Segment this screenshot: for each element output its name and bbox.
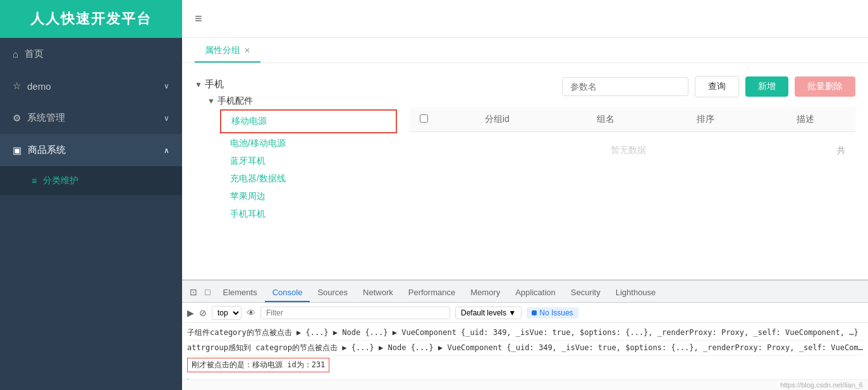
tab-label-attrgroup: 属性分组 xyxy=(205,45,240,56)
sidebar-item-category[interactable]: ≡ 分类维护 xyxy=(0,166,182,195)
filter-input[interactable] xyxy=(260,307,450,319)
tree-collapse-icon: ▼ xyxy=(195,80,202,89)
sidebar-item-demo[interactable]: ☆ demo ∨ xyxy=(0,70,182,102)
context-select[interactable]: top xyxy=(212,306,241,320)
tree-leaf-3[interactable]: 充电器/数据线 xyxy=(220,170,397,188)
tab-attrgroup[interactable]: 属性分组 ✕ xyxy=(195,40,260,63)
console-line-1: 子组件category的节点被点击 ▶ {...} ▶ Node {...} ▶… xyxy=(187,326,863,341)
add-button[interactable]: 新增 xyxy=(745,76,788,97)
no-issues-label: No Issues xyxy=(539,308,573,317)
gear-icon: ⚙ xyxy=(13,113,21,124)
console-output: 子组件category的节点被点击 ▶ {...} ▶ Node {...} ▶… xyxy=(182,323,868,379)
block-icon[interactable]: ⊘ xyxy=(199,308,207,318)
sidebar-item-system[interactable]: ⚙ 系统管理 ∨ xyxy=(0,102,182,134)
col-groupid: 分组id xyxy=(438,107,556,132)
console-prompt: > xyxy=(187,374,863,379)
tab-memory[interactable]: Memory xyxy=(463,284,508,302)
sidebar: ⌂ 首页 ☆ demo ∨ ⚙ 系统管理 ∨ ▣ 商品系统 ∧ ≡ 分类维护 xyxy=(0,38,182,390)
levels-button[interactable]: Default levels ▼ xyxy=(455,307,522,319)
console-toolbar: ▶ ⊘ top 👁 Default levels ▼ No Issues xyxy=(182,303,868,323)
chevron-up-icon: ∧ xyxy=(164,146,169,155)
tab-performance[interactable]: Performance xyxy=(401,284,463,302)
col-desc: 描述 xyxy=(755,107,855,132)
url-label: https://blog.csdn.net/lian_6 xyxy=(780,381,863,389)
star-icon: ☆ xyxy=(13,80,21,92)
tab-application[interactable]: Application xyxy=(508,284,563,302)
data-table: 分组id 组名 排序 描述 xyxy=(410,107,855,132)
search-input[interactable] xyxy=(562,77,688,96)
empty-tip: 暂无数据 xyxy=(420,145,837,156)
goods-icon: ▣ xyxy=(13,145,21,156)
tree-leaf-5[interactable]: 手机耳机 xyxy=(220,205,397,223)
cursor-icon[interactable]: ⊡ xyxy=(187,284,200,300)
tree-leaf-2[interactable]: 蓝牙耳机 xyxy=(220,152,397,170)
tab-sources[interactable]: Sources xyxy=(310,284,355,302)
mobile-icon[interactable]: □ xyxy=(202,284,212,300)
tab-console[interactable]: Console xyxy=(265,284,310,302)
tree-leaf-selected[interactable]: 移动电源 xyxy=(220,109,397,133)
search-row: 查询 新增 批量删除 xyxy=(410,76,855,97)
col-sort: 排序 xyxy=(656,107,755,132)
tab-bar: 属性分组 ✕ xyxy=(182,38,868,63)
sidebar-item-home[interactable]: ⌂ 首页 xyxy=(0,38,182,70)
tab-close-icon[interactable]: ✕ xyxy=(244,46,250,55)
sidebar-label-goods: 商品系统 xyxy=(28,144,66,156)
shared-count: 共 xyxy=(837,145,845,156)
chevron-down-icon-2: ∨ xyxy=(164,114,169,123)
tab-security[interactable]: Security xyxy=(563,284,608,302)
select-all-checkbox[interactable] xyxy=(420,114,428,123)
list-icon: ≡ xyxy=(32,176,37,186)
tree-panel: ▼ 手机 ▼ 手机配件 移动电源 电池/移动 xyxy=(195,76,397,267)
devtools: ⊡ □ Elements Console Sources Network xyxy=(182,279,868,390)
sidebar-item-goods[interactable]: ▣ 商品系统 ∧ xyxy=(0,134,182,166)
tab-elements[interactable]: Elements xyxy=(215,284,264,302)
tree-sub-label: 手机配件 xyxy=(217,95,253,107)
tree-subcategory-node[interactable]: ▼ 手机配件 xyxy=(207,93,397,109)
topbar: ≡ xyxy=(182,0,868,38)
devtools-icon-group: ⊡ □ xyxy=(187,284,215,302)
no-issues-badge: No Issues xyxy=(527,307,578,319)
query-button[interactable]: 查询 xyxy=(695,76,739,97)
chevron-down-icon: ∨ xyxy=(164,82,169,90)
status-bar: https://blog.csdn.net/lian_6 xyxy=(182,379,868,390)
home-icon: ⌂ xyxy=(13,49,18,59)
console-line-highlighted: 刚才被点击的是：移动电源 id为：231 xyxy=(187,356,863,374)
sidebar-label-category: 分类维护 xyxy=(43,175,78,186)
tab-network[interactable]: Network xyxy=(355,284,401,302)
tree-sub-collapse-icon: ▼ xyxy=(207,97,215,106)
highlighted-log: 刚才被点击的是：移动电源 id为：231 xyxy=(187,358,329,372)
sidebar-label-home: 首页 xyxy=(25,48,44,60)
tree-root-node[interactable]: ▼ 手机 xyxy=(195,76,397,93)
play-icon[interactable]: ▶ xyxy=(187,308,194,318)
col-name: 组名 xyxy=(556,107,656,132)
devtools-tab-bar: ⊡ □ Elements Console Sources Network xyxy=(182,281,868,303)
logo: 人人快速开发平台 xyxy=(0,0,182,38)
data-table-container: 分组id 组名 排序 描述 暂无数据 共 xyxy=(410,107,855,267)
logo-text: 人人快速开发平台 xyxy=(30,9,152,28)
tree-leaf-1[interactable]: 电池/移动电源 xyxy=(220,135,397,152)
console-line-2: attrgroup感知到 categrop的节点被点击 ▶ {...} ▶ No… xyxy=(187,341,863,356)
tree-leaf-4[interactable]: 苹果周边 xyxy=(220,188,397,205)
col-checkbox xyxy=(410,107,438,132)
tab-lighthouse[interactable]: Lighthouse xyxy=(608,284,664,302)
hamburger-icon[interactable]: ≡ xyxy=(195,11,202,26)
sidebar-label-demo: demo xyxy=(27,81,51,92)
tree-root-label: 手机 xyxy=(205,78,224,90)
issues-dot xyxy=(532,310,537,315)
batch-delete-button[interactable]: 批量删除 xyxy=(795,76,855,97)
sidebar-label-system: 系统管理 xyxy=(27,112,65,124)
eye-icon[interactable]: 👁 xyxy=(247,308,255,318)
